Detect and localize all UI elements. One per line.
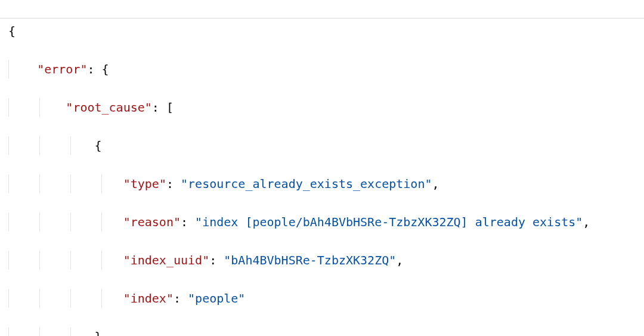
code-line: "error": { (8, 60, 644, 79)
json-key: type (131, 177, 159, 191)
json-value: resource_already_exists_exception (188, 177, 425, 191)
json-key: error (44, 62, 80, 76)
json-key: reason (131, 215, 174, 229)
code-line: { (8, 21, 644, 41)
code-line: "reason": "index [people/bAh4BVbHSRe-Tzb… (8, 212, 644, 232)
json-code-block: { "error": { "root_cause": [ { "type": "… (8, 2, 644, 336)
code-line: "root_cause": [ (8, 98, 644, 117)
json-key: index (131, 291, 166, 306)
json-value: bAh4BVbHSRe-TzbzXK32ZQ (231, 253, 389, 267)
code-line: "index": "people" (8, 289, 644, 308)
json-value: index [people/bAh4BVbHSRe-TzbzXK32ZQ] al… (202, 215, 575, 229)
code-line: } (8, 327, 644, 336)
json-key: index_uuid (131, 253, 202, 267)
code-line: { (8, 136, 644, 155)
json-key: root_cause (73, 100, 144, 115)
code-line: "index_uuid": "bAh4BVbHSRe-TzbzXK32ZQ", (8, 251, 644, 270)
json-value: people (195, 291, 238, 306)
code-line: "type": "resource_already_exists_excepti… (8, 174, 644, 193)
